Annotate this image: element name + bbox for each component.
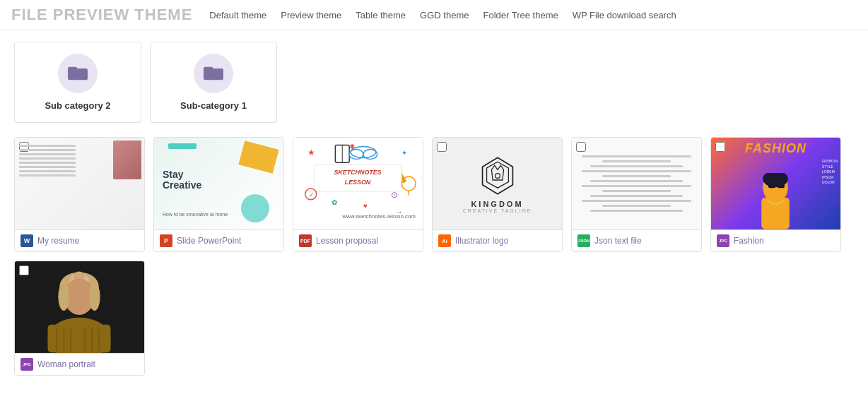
category-card-sub1[interactable]: Sub-category 1 [150,42,277,123]
svg-text:www.sketchnotes-lesson.com: www.sketchnotes-lesson.com [341,213,416,220]
file-name-json: Json text file [594,236,642,246]
file-name-fashion: Fashion [734,236,764,246]
file-type-icon-ai: Ai [438,234,451,247]
nav-default-theme[interactable]: Default theme [209,10,266,20]
category-card-sub2[interactable]: Sub category 2 [14,42,141,123]
file-type-icon-pdf: PDF [299,234,312,247]
file-name-my-resume: My resume [37,236,79,246]
category-label-sub1: Sub-category 1 [180,100,247,111]
json-line-4 [582,170,691,172]
lesson-doodles: ★ ✦ ✱ SKETCHNOTES [293,138,423,229]
svg-text:⊙: ⊙ [391,190,398,200]
file-type-icon-docx: W [20,234,33,247]
svg-point-25 [495,173,500,178]
category-label-sub2: Sub category 2 [45,100,110,111]
json-line-9 [590,195,682,197]
kingdom-brand-text: KINGDOM [471,200,523,208]
json-line-3 [590,165,682,167]
nav-wp-file-download[interactable]: WP File download search [573,10,676,20]
file-thumb-fashion: FASHION FASHIONSTYLELOREMIPSUMDOLOR [711,138,840,229]
file-name-woman: Woman portrait [37,359,95,369]
nav-bar: Default theme Preview theme Table theme … [209,10,676,20]
ppt-background: StayCreative How to be innovative at hom… [154,138,283,229]
svg-rect-27 [761,198,790,229]
json-line-1 [582,155,691,157]
nav-preview-theme[interactable]: Preview theme [281,10,341,20]
file-thumb-woman [15,261,144,353]
resume-lines [19,145,76,177]
file-grid: W My resume StayCreative How to be innov… [14,137,854,376]
json-line-12 [590,210,682,212]
ppt-orange-shape [238,141,278,174]
file-card-logo[interactable]: KINGDOM CREATIVE TAGLINE Ai Illustrator … [432,137,563,252]
file-footer-logo: Ai Illustrator logo [433,229,562,251]
file-thumb-lesson: ★ ✦ ✱ SKETCHNOTES [293,138,423,229]
folder-icon-sub2 [58,54,98,93]
file-thumb-slide-ppt: StayCreative How to be innovative at hom… [154,138,283,229]
file-thumb-my-resume [15,138,144,229]
main-content: Sub category 2 Sub-category 1 [0,30,868,387]
file-card-lesson[interactable]: ★ ✦ ✱ SKETCHNOTES [293,137,423,252]
file-footer-json: JSON Json text file [572,229,701,251]
file-checkbox-json[interactable] [576,142,586,152]
ppt-sub-text: How to be innovative at home [163,212,228,217]
file-card-my-resume[interactable]: W My resume [14,137,145,252]
file-footer-lesson: PDF Lesson proposal [293,229,423,251]
svg-point-38 [89,282,100,311]
file-card-json[interactable]: JSON Json text file [571,137,702,252]
file-type-icon-jpg-woman: JPG [20,358,33,371]
json-line-5 [602,175,671,177]
json-line-11 [602,205,671,207]
folder-icon-sub1 [194,54,233,93]
nav-folder-tree-theme[interactable]: Folder Tree theme [483,10,558,20]
woman-figure [15,261,144,353]
file-footer-my-resume: W My resume [15,229,144,251]
svg-text:LESSON: LESSON [345,179,371,186]
fashion-title-thumb: FASHION [711,141,840,156]
category-row: Sub category 2 Sub-category 1 [14,42,854,123]
file-name-slide-ppt: Slide PowerPoint [177,236,241,246]
header: FILE PREVIEW THEME Default theme Preview… [0,0,868,30]
nav-ggd-theme[interactable]: GGD theme [420,10,469,20]
file-card-woman[interactable]: JPG Woman portrait [14,261,145,376]
json-line-6 [590,180,682,182]
json-line-7 [582,185,691,187]
svg-text:♥: ♥ [363,202,368,210]
kingdom-logo: KINGDOM CREATIVE TAGLINE [463,155,532,213]
svg-text:SKETCHNOTES: SKETCHNOTES [334,169,381,176]
ppt-teal-stripe [168,143,197,149]
resume-photo [113,141,141,179]
nav-table-theme[interactable]: Table theme [356,10,406,20]
file-name-logo: Illustrator logo [455,236,508,246]
json-line-2 [602,160,671,162]
file-footer-slide-ppt: P Slide PowerPoint [154,229,283,251]
file-card-slide-ppt[interactable]: StayCreative How to be innovative at hom… [153,137,284,252]
svg-text:→: → [394,208,403,217]
file-footer-woman: JPG Woman portrait [15,353,144,375]
svg-text:✦: ✦ [401,149,407,157]
ppt-teal-circle [241,194,269,222]
file-name-lesson: Lesson proposal [316,236,378,246]
page-title: FILE PREVIEW THEME [11,6,192,24]
file-thumb-json [572,138,701,229]
json-line-10 [582,200,691,202]
file-type-icon-jpg-fashion: JPG [717,234,729,247]
svg-text:✿: ✿ [332,198,337,206]
kingdom-sub-text: CREATIVE TAGLINE [463,208,532,213]
file-thumb-logo: KINGDOM CREATIVE TAGLINE [433,138,562,229]
svg-text:★: ★ [307,148,315,157]
svg-marker-23 [486,162,508,188]
file-checkbox-woman[interactable] [19,265,29,275]
file-checkbox-logo[interactable] [437,142,447,152]
file-type-icon-pptx: P [160,234,172,247]
file-footer-fashion: JPG Fashion [711,229,840,251]
file-type-icon-json: JSON [577,234,590,247]
ppt-main-text: StayCreative [163,169,201,191]
json-line-8 [602,190,671,192]
file-card-fashion[interactable]: FASHION FASHIONSTYLELOREMIPSUMDOLOR [710,137,841,252]
svg-point-37 [58,282,69,311]
svg-text:✓: ✓ [309,191,315,198]
